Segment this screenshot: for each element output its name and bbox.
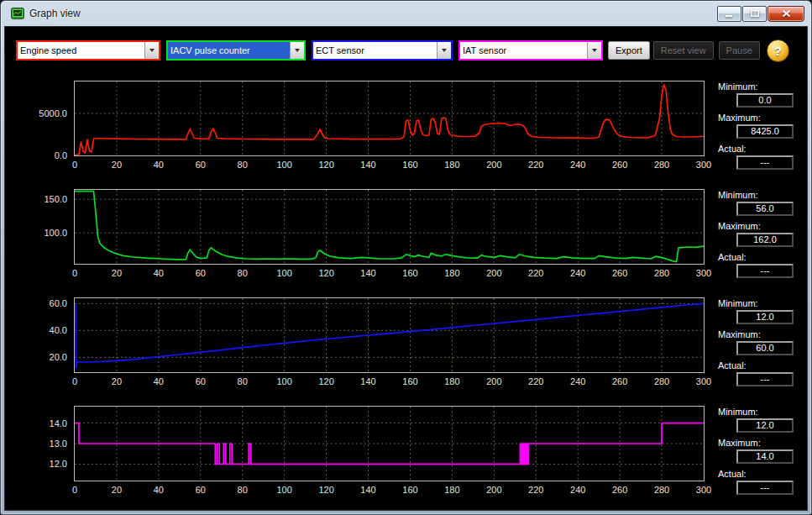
y-tick-label: 14.0	[50, 418, 67, 428]
x-tick-label: 200	[486, 268, 501, 278]
titlebar[interactable]: Graph view	[4, 1, 808, 26]
x-tick-label: 220	[528, 268, 543, 278]
x-tick-label: 240	[570, 376, 585, 386]
y-tick-label: 60.0	[50, 298, 67, 308]
trace-engine-speed	[75, 85, 704, 155]
engine-speed-plot	[74, 81, 705, 156]
window-controls	[717, 6, 804, 22]
x-tick-label: 140	[360, 376, 375, 386]
x-tick-label: 260	[612, 485, 627, 495]
channel-select-3-value: ECT sensor	[313, 42, 437, 59]
channel-select-2-value: IACV pulse counter	[168, 42, 290, 59]
y-axis-labels: 20.040.060.0	[17, 297, 74, 406]
x-tick-label: 100	[276, 268, 291, 278]
minimum-value: 12.0	[736, 310, 794, 324]
maximum-label: Maximum:	[718, 112, 794, 123]
iat-sensor-plot	[74, 406, 705, 481]
x-tick-label: 300	[696, 268, 711, 278]
x-tick-label: 40	[154, 376, 164, 386]
minimum-value: 12.0	[736, 418, 794, 433]
y-tick-label: 0.0	[55, 150, 67, 160]
plot-svg	[75, 81, 704, 155]
x-tick-label: 60	[196, 376, 206, 386]
channel-select-2[interactable]: IACV pulse counter	[166, 40, 306, 60]
x-tick-label: 220	[528, 485, 543, 495]
chevron-down-icon[interactable]	[587, 42, 601, 59]
x-tick-label: 60	[196, 268, 206, 278]
x-tick-label: 180	[444, 376, 459, 386]
x-tick-label: 60	[196, 160, 206, 170]
graph-view-window: Graph view Engine speed IACV pul	[0, 0, 812, 515]
channel-select-1[interactable]: Engine speed	[16, 40, 160, 60]
x-tick-label: 260	[612, 160, 627, 170]
x-tick-label: 220	[528, 376, 543, 386]
export-button[interactable]: Export	[608, 41, 650, 60]
x-tick-label: 160	[402, 160, 417, 170]
y-tick-label: 13.0	[50, 439, 67, 449]
x-tick-label: 100	[276, 485, 291, 495]
x-tick-label: 240	[570, 160, 585, 170]
iacv-pulse-counter-plot	[74, 189, 705, 265]
y-tick-label: 20.0	[50, 352, 67, 362]
channel-select-4[interactable]: IAT sensor	[458, 40, 603, 60]
toolbar: Engine speed IACV pulse counter ECT sens…	[16, 40, 799, 60]
x-tick-label: 180	[444, 160, 459, 170]
x-tick-label: 60	[196, 485, 206, 495]
chevron-down-icon[interactable]	[437, 42, 451, 59]
minimum-label: Minimum:	[718, 297, 794, 309]
x-tick-label: 20	[112, 485, 122, 495]
trace-ect-sensor	[76, 303, 704, 368]
x-tick-label: 160	[402, 376, 417, 386]
x-tick-label: 280	[654, 268, 669, 278]
x-tick-label: 100	[276, 376, 291, 386]
y-axis-labels: 100.0150.0	[17, 189, 74, 297]
x-tick-label: 300	[696, 160, 711, 170]
x-tick-label: 260	[612, 376, 627, 386]
stats-panel-ect: Minimum: 12.0 Maximum: 60.0 Actual: ---	[718, 297, 794, 406]
maximize-icon	[750, 9, 760, 18]
minimum-label: Minimum:	[718, 81, 794, 92]
x-tick-label: 20	[112, 268, 122, 278]
maximum-label: Maximum:	[718, 437, 794, 449]
maximize-button[interactable]	[742, 6, 767, 22]
x-tick-label: 120	[318, 268, 333, 278]
x-tick-label: 20	[112, 160, 122, 170]
channel-select-1-value: Engine speed	[18, 42, 144, 59]
content-area: Engine speed IACV pulse counter ECT sens…	[4, 26, 808, 511]
graph-row-iat-sensor: 12.013.014.0 020406080100120140160180200…	[5, 406, 807, 511]
help-button[interactable]: ?	[767, 39, 789, 62]
x-tick-label: 300	[696, 376, 711, 386]
x-tick-label: 80	[238, 485, 248, 495]
chevron-down-icon[interactable]	[290, 42, 304, 59]
minimize-icon	[725, 10, 734, 18]
x-tick-label: 140	[360, 268, 375, 278]
window-title: Graph view	[29, 8, 81, 19]
x-tick-label: 240	[570, 485, 585, 495]
minimum-value: 0.0	[736, 93, 794, 108]
ect-sensor-plot	[74, 297, 705, 373]
y-tick-label: 150.0	[44, 194, 67, 204]
close-button[interactable]	[767, 6, 804, 22]
graph-row-ect-sensor: 20.040.060.0 020406080100120140160180200…	[5, 297, 807, 406]
y-tick-label: 5000.0	[39, 108, 67, 118]
actual-value: ---	[736, 155, 794, 170]
x-tick-label: 100	[276, 160, 291, 170]
stats-panel-engine-speed: Minimum: 0.0 Maximum: 8425.0 Actual: ---	[718, 81, 794, 189]
actual-label: Actual:	[718, 468, 794, 480]
actual-value: ---	[736, 372, 794, 386]
x-tick-label: 120	[318, 376, 333, 386]
actual-value: ---	[736, 481, 794, 495]
x-tick-label: 40	[154, 268, 164, 278]
x-tick-label: 160	[402, 485, 417, 495]
y-axis-labels: 12.013.014.0	[17, 406, 74, 511]
channel-select-3[interactable]: ECT sensor	[312, 40, 453, 60]
x-tick-label: 140	[360, 485, 375, 495]
x-tick-label: 180	[444, 268, 459, 278]
chevron-down-icon[interactable]	[144, 42, 159, 59]
app-icon	[11, 8, 24, 19]
x-tick-label: 40	[154, 485, 164, 495]
minimize-button[interactable]	[717, 6, 741, 22]
x-tick-label: 20	[112, 376, 122, 386]
x-tick-label: 0	[72, 485, 77, 495]
x-tick-label: 300	[696, 485, 711, 495]
